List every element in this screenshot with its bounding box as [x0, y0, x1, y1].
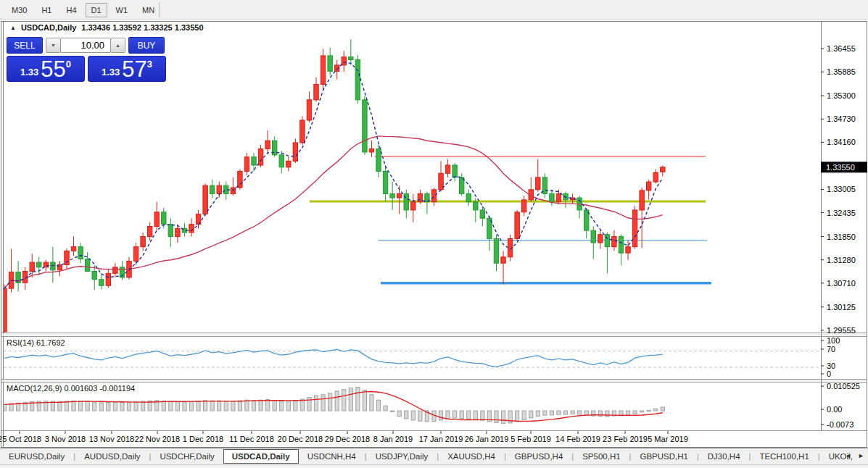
- chart-tab-tech100-h1[interactable]: TECH100,H1: [751, 449, 817, 464]
- sell-price-pipette: 0: [66, 57, 71, 70]
- chart-tabs-bar: EURUSD,Daily|AUDUSD,Daily|USDCHF,DailyUS…: [0, 448, 868, 464]
- buy-price-tile[interactable]: 1.33 57 3: [88, 56, 166, 82]
- price-axis-label: 1.36455: [827, 44, 856, 53]
- price-axis-label: 1.30125: [827, 303, 856, 312]
- price-axis-label: 1.31280: [827, 256, 856, 264]
- macd-axis-label: 0.010525: [827, 382, 860, 390]
- time-axis-label: 17 Jan 2019: [419, 435, 463, 443]
- chart-tab-usdcad-daily[interactable]: USDCAD,Daily: [223, 449, 299, 464]
- window-bottom-strip: [0, 464, 868, 468]
- time-axis-label: 5 Feb 2019: [511, 435, 551, 443]
- time-axis-label: 22 Nov 2018: [135, 435, 180, 443]
- chart-ohlc-values: 1.33436 1.33592 1.33325 1.33550: [81, 23, 203, 32]
- time-axis-label: 25 Oct 2018: [0, 435, 41, 443]
- chart-header: ▲ USDCAD,Daily 1.33436 1.33592 1.33325 1…: [10, 23, 204, 32]
- chart-tab-usdcnh-h4[interactable]: USDCNH,H4: [299, 449, 365, 464]
- time-axis-label: 5 Mar 2019: [648, 435, 688, 443]
- rsi-axis-label: 0: [827, 369, 831, 378]
- price-axis-label: 1.29555: [827, 326, 856, 335]
- chart-tab-audusd-daily[interactable]: AUDUSD,Daily: [75, 449, 149, 464]
- chart-tab-usdjpy-daily[interactable]: USDJPY,Daily: [367, 449, 437, 464]
- sell-price-prefix: 1.33: [20, 67, 38, 81]
- scroll-tabs-left-button[interactable]: ◄: [845, 452, 851, 459]
- time-axis-label: 23 Feb 2019: [603, 435, 648, 443]
- rsi-axis-label: 70: [827, 345, 835, 354]
- time-axis-label: 3 Nov 2018: [45, 435, 86, 443]
- macd-axis-label: 0.00: [827, 405, 842, 414]
- sell-button[interactable]: SELL: [7, 37, 43, 54]
- time-axis-label: 14 Feb 2019: [555, 435, 600, 443]
- time-axis-label: 13 Nov 2018: [89, 435, 134, 443]
- volume-increase-button[interactable]: ▲: [110, 38, 125, 53]
- time-axis-label: 26 Jan 2019: [465, 435, 509, 443]
- price-axis-label: 1.34160: [827, 138, 856, 146]
- macd-axis-label: -0.0073: [827, 420, 853, 429]
- price-axis-label: 1.34730: [827, 114, 856, 123]
- buy-price-big-digits: 57: [122, 57, 146, 81]
- sell-price-big-digits: 55: [41, 57, 65, 81]
- chart-tab-sp500-h1[interactable]: SP500,H1: [574, 449, 629, 464]
- current-price-label: 1.33550: [826, 163, 855, 172]
- collapse-panel-icon[interactable]: ▲: [10, 25, 16, 31]
- rsi-indicator-label: RSI(14) 61.7692: [7, 338, 65, 347]
- chart-tab-eurusd-daily[interactable]: EURUSD,Daily: [0, 449, 73, 464]
- chart-symbol-label: USDCAD,Daily: [21, 23, 76, 32]
- price-axis-label: 1.35300: [827, 91, 856, 100]
- chart-tab-gbpusd-h1[interactable]: GBPUSD,H1: [631, 449, 696, 464]
- time-axis-label: 1 Dec 2018: [183, 435, 223, 443]
- volume-input[interactable]: [61, 38, 110, 53]
- trading-platform-window: M30H1H4D1W1MN 1.364551.358851.353001.347…: [0, 0, 868, 468]
- chart-tab-usdchf-daily[interactable]: USDCHF,Daily: [151, 449, 223, 464]
- price-axis-label: 1.32435: [827, 209, 856, 217]
- volume-decrease-button[interactable]: ▼: [46, 38, 61, 53]
- price-axis-label: 1.33005: [827, 185, 856, 193]
- time-axis-label: 8 Jan 2019: [373, 435, 413, 443]
- buy-price-prefix: 1.33: [102, 67, 120, 81]
- time-axis-label: 29 Dec 2018: [325, 435, 370, 443]
- buy-price-pipette: 3: [147, 57, 152, 70]
- time-axis-label: 11 Dec 2018: [229, 435, 274, 443]
- rsi-axis-label: 100: [827, 336, 840, 345]
- price-axis-label: 1.35885: [827, 67, 856, 76]
- chart-tab-dj30-h4[interactable]: DJ30,H4: [699, 449, 749, 464]
- price-axis-label: 1.30710: [827, 279, 856, 288]
- price-axis-label: 1.31850: [827, 233, 856, 241]
- chart-tab-xauusd-h4[interactable]: XAUUSD,H4: [439, 449, 504, 464]
- one-click-trading-panel: SELL ▼ ▲ BUY 1.33 55 0 1.33 57 3: [7, 37, 172, 82]
- time-axis-label: 20 Dec 2018: [278, 435, 323, 443]
- scroll-tabs-right-button[interactable]: ►: [858, 452, 864, 459]
- macd-indicator-label: MACD(12,26,9) 0.001603 -0.001194: [7, 384, 135, 393]
- chart-tab-gbpusd-h4[interactable]: GBPUSD,H4: [506, 449, 571, 464]
- sell-price-tile[interactable]: 1.33 55 0: [7, 56, 85, 82]
- buy-button[interactable]: BUY: [128, 37, 165, 54]
